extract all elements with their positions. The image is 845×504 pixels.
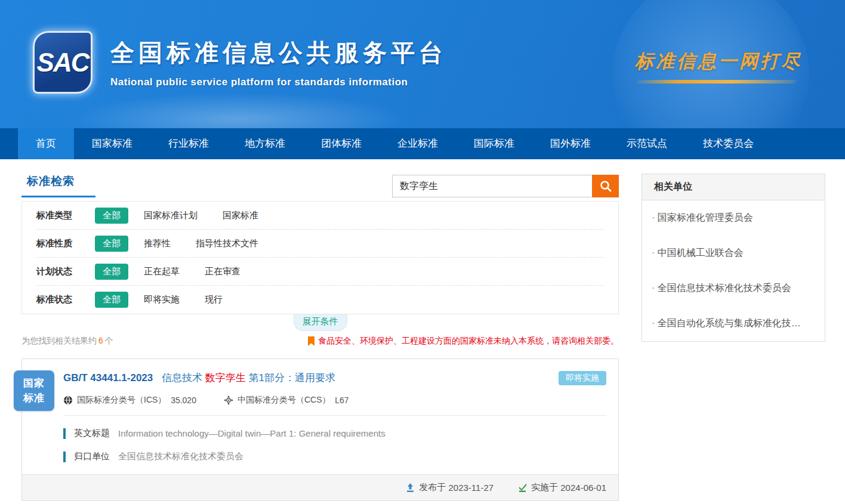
page-title: 标准检索 <box>21 174 75 189</box>
card-title-row: GB/T 43441.1-2023 信息技术 数字孪生 第1部分：通用要求 即将… <box>63 371 606 385</box>
nav-item-pilot[interactable]: 示范试点 <box>609 128 685 159</box>
ics-label: 国际标准分类号（ICS） <box>77 395 166 406</box>
brand-text: 全国标准信息公共服务平台 National public service pla… <box>110 36 447 88</box>
nav-item-local-standards[interactable]: 地方标准 <box>227 128 303 159</box>
section-title-wrap: 标准检索 <box>21 174 75 197</box>
filter-option[interactable]: 现行 <box>205 294 223 305</box>
committee-value: 全国信息技术标准化技术委员会 <box>118 451 243 462</box>
filter-option[interactable]: 正在起草 <box>144 266 180 277</box>
filter-option[interactable]: 正在审查 <box>205 266 240 277</box>
standard-title-part1[interactable]: 信息技术 <box>162 372 202 384</box>
implement-label: 实施于 <box>531 482 558 493</box>
nav-item-technical-committee[interactable]: 技术委员会 <box>685 128 772 159</box>
result-info-row: 为您找到相关结果约6个 食品安全、环境保护、工程建设方面的国家标准未纳入本系统，… <box>21 336 619 347</box>
filter-option[interactable]: 国家标准计划 <box>144 210 198 221</box>
card-footer: 发布于 2023-11-27 实施于 2024-06-01 <box>22 474 618 500</box>
nav-item-enterprise-standards[interactable]: 企业标准 <box>380 128 456 159</box>
filter-row-standard-nature: 标准性质 全部 推荐性 指导性技术文件 <box>36 230 604 258</box>
notice-text: 食品安全、环境保护、工程建设方面的国家标准未纳入本系统，请咨询相关部委。 <box>318 336 619 347</box>
result-card: 国家 标准 GB/T 43441.1-2023 信息技术 数字孪生 第1部分：通… <box>21 358 619 501</box>
standard-title-part2[interactable]: 第1部分：通用要求 <box>248 372 335 384</box>
filter-row-standard-status: 标准状态 全部 即将实施 现行 <box>36 286 604 314</box>
search-input[interactable] <box>392 175 592 197</box>
filter-all-button[interactable]: 全部 <box>95 264 128 280</box>
banner-glow <box>72 92 406 128</box>
search-row: 标准检索 <box>21 174 619 197</box>
result-count-prefix: 为您找到相关结果约 <box>21 336 97 345</box>
sidebar-item-automation-systems[interactable]: 全国自动化系统与集成标准化技… <box>642 306 825 341</box>
nav-item-home[interactable]: 首页 <box>18 128 74 159</box>
badge-line2: 标准 <box>23 391 45 406</box>
english-title-label: 英文标题 <box>74 428 110 439</box>
result-count: 为您找到相关结果约6个 <box>21 336 113 347</box>
expand-conditions-tab[interactable]: 展开条件 <box>294 314 347 331</box>
site-title: 全国标准信息公共服务平台 <box>110 36 447 69</box>
bookmark-icon <box>308 336 314 346</box>
slogan-underline <box>637 80 797 84</box>
filter-label: 计划状态 <box>36 266 95 277</box>
main-nav: 首页 国家标准 行业标准 地方标准 团体标准 企业标准 国际标准 国外标准 示范… <box>0 128 845 159</box>
committee-label: 归口单位 <box>74 451 110 462</box>
result-count-number: 6 <box>97 336 105 345</box>
ics-value: 35.020 <box>171 395 196 405</box>
related-units-box: 相关单位 国家标准化管理委员会 中国机械工业联合会 全国信息技术标准化技术委员会… <box>642 174 825 342</box>
filter-option[interactable]: 指导性技术文件 <box>196 238 258 249</box>
filter-label: 标准性质 <box>36 238 95 249</box>
publish-label: 发布于 <box>419 482 446 493</box>
card-body: GB/T 43441.1-2023 信息技术 数字孪生 第1部分：通用要求 即将… <box>22 359 618 462</box>
ccs-label: 中国标准分类号（CCS） <box>238 395 331 406</box>
page-title-underline <box>21 196 95 197</box>
nav-item-national-standards[interactable]: 国家标准 <box>74 128 150 159</box>
standard-code[interactable]: GB/T 43441.1-2023 <box>63 372 153 384</box>
standard-title-link[interactable]: GB/T 43441.1-2023 信息技术 数字孪生 第1部分：通用要求 <box>63 371 335 385</box>
sidebar-item-it-standardization[interactable]: 全国信息技术标准化技术委员会 <box>642 271 825 306</box>
expand-conditions-label: 展开条件 <box>303 316 338 326</box>
filter-option[interactable]: 即将实施 <box>144 294 180 305</box>
search-box <box>392 175 619 197</box>
ccs-meta: 中国标准分类号（CCS） L67 <box>224 395 349 406</box>
standard-type-badge: 国家 标准 <box>14 370 54 411</box>
filter-option[interactable]: 国家标准 <box>223 210 258 221</box>
sidebar-item-sac[interactable]: 国家标准化管理委员会 <box>642 200 825 236</box>
sidebar-item-machinery-federation[interactable]: 中国机械工业联合会 <box>642 236 825 271</box>
filter-box: 标准类型 全部 国家标准计划 国家标准 标准性质 全部 推荐性 指导性技术文件 … <box>21 201 619 314</box>
standard-title-highlight[interactable]: 数字孪生 <box>205 372 246 384</box>
badge-line1: 国家 <box>23 376 45 391</box>
ics-meta: 国际标准分类号（ICS） 35.020 <box>63 395 196 406</box>
filter-all-button[interactable]: 全部 <box>95 292 128 308</box>
related-units-title: 相关单位 <box>642 174 825 200</box>
main-column: 标准检索 标准类型 全部 国家标准计划 国家标准 标准性质 <box>21 159 619 501</box>
publish-date: 2023-11-27 <box>448 483 494 493</box>
compass-icon <box>224 395 233 405</box>
filter-row-standard-type: 标准类型 全部 国家标准计划 国家标准 <box>36 202 604 230</box>
implement-date-item: 实施于 2024-06-01 <box>517 482 606 493</box>
publish-upload-icon <box>405 483 415 493</box>
detail-bar <box>63 452 66 462</box>
nav-item-industry-standards[interactable]: 行业标准 <box>150 128 227 159</box>
nav-item-international-standards[interactable]: 国际标准 <box>456 128 532 159</box>
slogan-text: 标准信息一网打尽 <box>635 49 802 74</box>
card-meta-row: 国际标准分类号（ICS） 35.020 中国标准分类号（CCS） L67 <box>63 395 606 416</box>
filter-option[interactable]: 推荐性 <box>144 238 171 249</box>
notice: 食品安全、环境保护、工程建设方面的国家标准未纳入本系统，请咨询相关部委。 <box>308 336 619 347</box>
search-icon <box>599 180 612 193</box>
english-title-row: 英文标题 Information technology—Digital twin… <box>63 428 606 439</box>
ccs-value: L67 <box>335 395 349 405</box>
globe-icon <box>63 395 73 405</box>
filter-label: 标准类型 <box>36 210 95 221</box>
filter-all-button[interactable]: 全部 <box>95 208 128 224</box>
content: 标准检索 标准类型 全部 国家标准计划 国家标准 标准性质 <box>0 159 845 504</box>
slogan: 标准信息一网打尽 <box>635 49 802 84</box>
search-button[interactable] <box>592 175 619 197</box>
detail-bar <box>63 428 66 439</box>
filter-all-button[interactable]: 全部 <box>95 236 128 252</box>
brand: SAC 全国标准信息公共服务平台 National public service… <box>33 31 447 94</box>
nav-item-foreign-standards[interactable]: 国外标准 <box>532 128 609 159</box>
site-subtitle: National public service platform for sta… <box>110 76 447 88</box>
filter-row-plan-status: 计划状态 全部 正在起草 正在审查 <box>36 258 604 286</box>
status-badge: 即将实施 <box>559 371 606 385</box>
sac-logo-text: SAC <box>37 48 89 78</box>
nav-item-group-standards[interactable]: 团体标准 <box>303 128 380 159</box>
committee-row: 归口单位 全国信息技术标准化技术委员会 <box>63 451 606 462</box>
implement-check-icon <box>517 483 528 493</box>
